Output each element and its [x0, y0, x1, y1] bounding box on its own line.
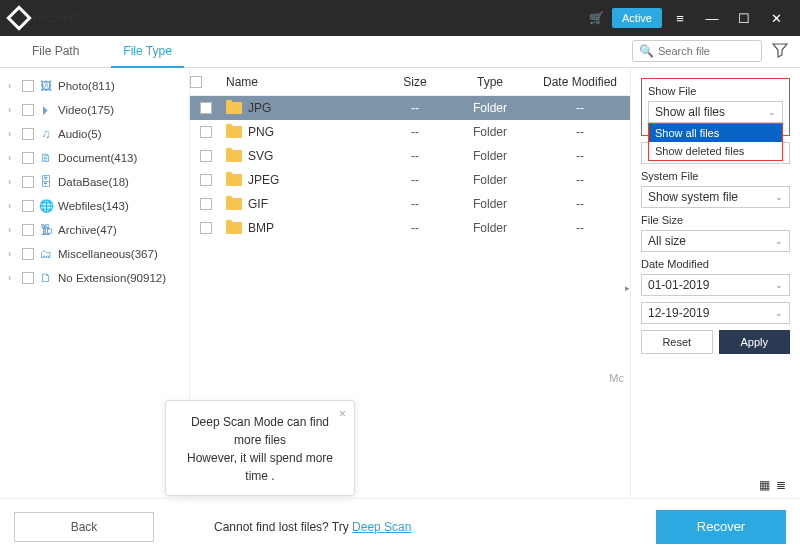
file-modified: -- — [530, 173, 630, 187]
checkbox[interactable] — [22, 248, 34, 260]
file-size-label: File Size — [641, 214, 790, 226]
row-checkbox[interactable] — [200, 222, 212, 234]
file-size: -- — [380, 125, 450, 139]
checkbox[interactable] — [22, 152, 34, 164]
dropdown-option[interactable]: Show all files — [649, 124, 782, 142]
view-toggle: ▦ ≣ — [759, 478, 786, 492]
tab-file-path[interactable]: File Path — [10, 36, 101, 67]
table-row[interactable]: PNG--Folder-- — [190, 120, 630, 144]
show-file-select[interactable]: Show all files⌄ Show all files Show dele… — [648, 101, 783, 123]
folder-icon — [226, 198, 242, 210]
grid-view-icon[interactable]: ▦ — [759, 478, 770, 492]
sidebar-item[interactable]: ›🌐Webfiles(143) — [0, 194, 189, 218]
date-to-select[interactable]: 12-19-2019⌄ — [641, 302, 790, 324]
row-checkbox[interactable] — [200, 198, 212, 210]
tab-file-type[interactable]: File Type — [101, 36, 193, 67]
show-file-box: Show File Show all files⌄ Show all files… — [641, 78, 790, 136]
deep-scan-link[interactable]: Deep Scan — [352, 520, 411, 534]
checkbox[interactable] — [22, 176, 34, 188]
file-size: -- — [380, 221, 450, 235]
checkbox[interactable] — [22, 224, 34, 236]
active-button[interactable]: Active — [612, 8, 662, 28]
col-name[interactable]: Name — [222, 75, 380, 89]
file-name: GIF — [248, 197, 268, 211]
col-size[interactable]: Size — [380, 75, 450, 89]
back-button[interactable]: Back — [14, 512, 154, 542]
sidebar-item[interactable]: ›🗜Archive(47) — [0, 218, 189, 242]
sidebar-item[interactable]: ›🗄DataBase(18) — [0, 170, 189, 194]
sidebar-item[interactable]: ›🖼Photo(811) — [0, 74, 189, 98]
maximize-icon[interactable]: ☐ — [730, 4, 758, 32]
collapse-handle[interactable]: ▸ — [623, 268, 631, 308]
row-checkbox[interactable] — [200, 102, 212, 114]
cart-icon[interactable]: 🛒 — [584, 6, 608, 30]
file-modified: -- — [530, 125, 630, 139]
folder-icon — [226, 174, 242, 186]
table-row[interactable]: BMP--Folder-- — [190, 216, 630, 240]
footer: Back Cannot find lost files? Try Deep Sc… — [0, 498, 800, 554]
brand-text: recoverit — [34, 11, 80, 25]
sidebar: ›🖼Photo(811)›⏵Video(175)›♫Audio(5)›🗎Docu… — [0, 68, 190, 498]
file-modified: -- — [530, 197, 630, 211]
row-checkbox[interactable] — [200, 174, 212, 186]
checkbox[interactable] — [22, 272, 34, 284]
date-modified-label: Date Modified — [641, 258, 790, 270]
file-name: BMP — [248, 221, 274, 235]
chevron-right-icon: › — [8, 105, 18, 115]
chevron-down-icon: ⌄ — [768, 107, 776, 117]
folder-icon — [226, 222, 242, 234]
reset-button[interactable]: Reset — [641, 330, 713, 354]
checkbox[interactable] — [22, 104, 34, 116]
filter-icon[interactable] — [772, 42, 788, 58]
category-icon: 🗄 — [38, 175, 54, 189]
sidebar-item[interactable]: ›⏵Video(175) — [0, 98, 189, 122]
sidebar-item-label: Audio(5) — [58, 128, 101, 140]
row-checkbox[interactable] — [200, 150, 212, 162]
file-name: JPG — [248, 101, 271, 115]
col-modified[interactable]: Date Modified — [530, 75, 630, 89]
search-box[interactable]: 🔍 — [632, 40, 762, 62]
file-type: Folder — [450, 173, 530, 187]
table-row[interactable]: JPG--Folder-- — [190, 96, 630, 120]
file-type: Folder — [450, 221, 530, 235]
chevron-right-icon: › — [8, 225, 18, 235]
chevron-right-icon: › — [8, 273, 18, 283]
file-modified: -- — [530, 101, 630, 115]
sidebar-item[interactable]: ›🗂Miscellaneous(367) — [0, 242, 189, 266]
file-size-select[interactable]: All size⌄ — [641, 230, 790, 252]
sidebar-item-label: Archive(47) — [58, 224, 117, 236]
tooltip-close-icon[interactable]: × — [339, 405, 346, 423]
file-type: Folder — [450, 125, 530, 139]
select-all-checkbox[interactable] — [190, 76, 202, 88]
menu-icon[interactable]: ≡ — [666, 4, 694, 32]
file-size: -- — [380, 197, 450, 211]
search-icon: 🔍 — [639, 44, 654, 58]
deep-scan-tooltip: × Deep Scan Mode can find more files How… — [165, 400, 355, 496]
table-row[interactable]: JPEG--Folder-- — [190, 168, 630, 192]
checkbox[interactable] — [22, 80, 34, 92]
list-view-icon[interactable]: ≣ — [776, 478, 786, 492]
chevron-right-icon: › — [8, 177, 18, 187]
sidebar-item[interactable]: ›♫Audio(5) — [0, 122, 189, 146]
recover-button[interactable]: Recover — [656, 510, 786, 544]
sidebar-item-label: Photo(811) — [58, 80, 115, 92]
dropdown-option[interactable]: Show deleted files — [649, 142, 782, 160]
checkbox[interactable] — [22, 200, 34, 212]
category-icon: ♫ — [38, 127, 54, 141]
checkbox[interactable] — [22, 128, 34, 140]
row-checkbox[interactable] — [200, 126, 212, 138]
search-input[interactable] — [658, 45, 755, 57]
close-icon[interactable]: ✕ — [762, 4, 790, 32]
app-logo: recoverit — [10, 9, 80, 27]
table-row[interactable]: GIF--Folder-- — [190, 192, 630, 216]
chevron-right-icon: › — [8, 249, 18, 259]
date-from-select[interactable]: 01-01-2019⌄ — [641, 274, 790, 296]
apply-button[interactable]: Apply — [719, 330, 791, 354]
folder-icon — [226, 150, 242, 162]
minimize-icon[interactable]: — — [698, 4, 726, 32]
system-file-select[interactable]: Show system file⌄ — [641, 186, 790, 208]
col-type[interactable]: Type — [450, 75, 530, 89]
sidebar-item[interactable]: ›🗋No Extension(90912) — [0, 266, 189, 290]
sidebar-item[interactable]: ›🗎Document(413) — [0, 146, 189, 170]
table-row[interactable]: SVG--Folder-- — [190, 144, 630, 168]
